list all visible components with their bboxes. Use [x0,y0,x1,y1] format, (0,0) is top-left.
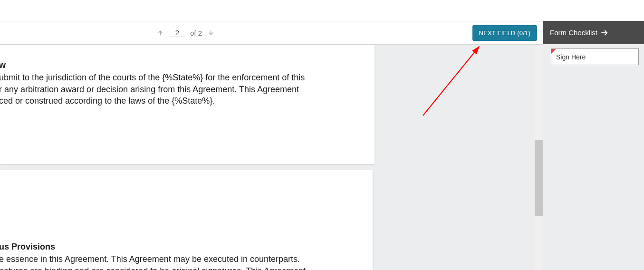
paragraph-line: natures are binding and are considered t… [0,265,358,270]
section-heading-fragment: w [0,60,360,71]
prev-page-icon[interactable] [157,29,164,37]
total-pages-label: of 2 [190,29,202,37]
page-navigator: of 2 [157,21,214,44]
paragraph-line: r any arbitration award or decision aris… [0,84,360,95]
current-page-input[interactable] [169,29,185,37]
checklist-item-label: Sign Here [556,53,586,61]
arrow-right-icon [600,29,609,37]
workspace: of 2 NEXT FIELD (0/1) w ubmit to the jur… [0,21,644,270]
paragraph-line: ubmit to the jurisdiction of the courts … [0,72,360,83]
viewer-gutter [380,45,543,270]
app-top-whitespace [0,0,644,21]
scrollbar-thumb[interactable] [535,140,543,216]
document-page-1-bottom: w ubmit to the jurisdiction of the court… [0,45,375,164]
next-page-icon[interactable] [207,29,214,37]
scrollbar-track[interactable] [535,45,543,270]
document-scroll-area[interactable]: w ubmit to the jurisdiction of the court… [0,45,380,270]
sidebar-header-label: Form Checklist [550,29,597,37]
viewer-toolbar: of 2 NEXT FIELD (0/1) [0,21,543,45]
sidebar-header[interactable]: Form Checklist [543,21,644,44]
next-field-button[interactable]: NEXT FIELD (0/1) [472,25,537,41]
document-viewer: of 2 NEXT FIELD (0/1) w ubmit to the jur… [0,21,543,270]
section-heading-fragment: us Provisions [0,241,358,252]
document-page-2-top: us Provisions e essence in this Agreemen… [0,170,373,270]
checklist-item-sign-here[interactable]: Sign Here [551,48,639,65]
paragraph-line: ced or construed according to the laws o… [0,95,360,106]
form-checklist-sidebar: Form Checklist Sign Here [543,21,644,270]
paragraph-line: e essence in this Agreement. This Agreem… [0,253,358,265]
